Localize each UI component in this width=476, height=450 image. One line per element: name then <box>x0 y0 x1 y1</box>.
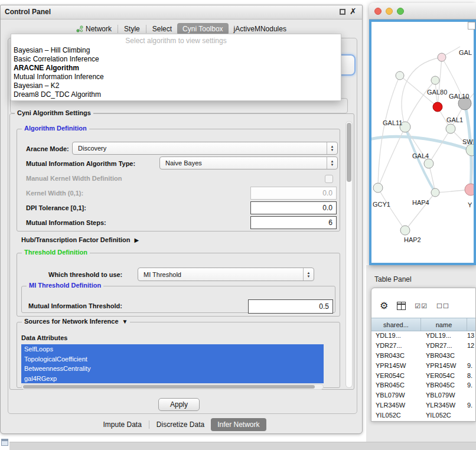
algorithm-option[interactable]: Basic Correlation Inference <box>11 55 341 64</box>
algorithm-option[interactable]: Dream8 DC_TDC Algorithm <box>11 90 341 99</box>
algorithm-option-highlighted[interactable]: ARACNE Algorithm <box>11 64 341 73</box>
algorithm-option[interactable]: Bayesian – K2 <box>11 81 341 90</box>
algorithm-placeholder: Select algorithm to view settings <box>11 34 341 46</box>
algorithm-option[interactable]: Mutual Information Inference <box>11 73 341 81</box>
screen: Control Panel ✗ Network Style Select Cyn… <box>0 0 476 450</box>
algorithm-option[interactable]: Bayesian – Hill Climbing <box>11 46 341 55</box>
status-bar <box>9 442 476 450</box>
restore-panel-icon[interactable] <box>1 439 8 446</box>
algorithm-dropdown-list: Select algorithm to view settings Bayesi… <box>11 34 341 101</box>
